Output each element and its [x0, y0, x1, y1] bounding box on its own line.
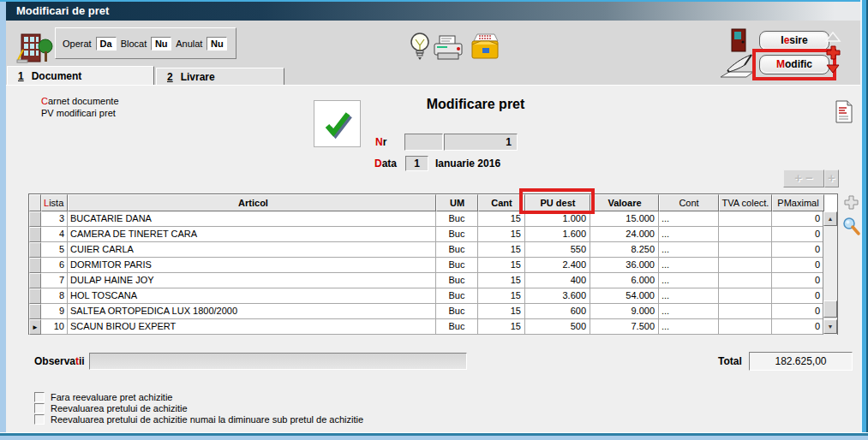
cell-cant[interactable]: 15	[478, 258, 525, 273]
cell-articol[interactable]: SCAUN BIROU EXPERT	[68, 319, 436, 335]
cell-pmaximal[interactable]: 0	[772, 227, 824, 242]
cell-tva[interactable]	[719, 227, 772, 242]
grid-plus-button[interactable]: +	[824, 169, 839, 187]
cell-articol[interactable]: DORMITOR PARIS	[68, 258, 436, 273]
cell-lista[interactable]: 5	[41, 242, 68, 258]
cell-valoare[interactable]: 6.000	[590, 273, 659, 288]
printer-icon[interactable]	[433, 34, 465, 62]
cell-cant[interactable]: 15	[478, 242, 525, 258]
cell-valoare[interactable]: 36.000	[590, 258, 659, 273]
cell-um[interactable]: Buc	[436, 304, 478, 319]
cell-pmaximal[interactable]: 0	[772, 211, 824, 227]
cell-pu-dest[interactable]: 2.400	[525, 258, 590, 273]
tab-livrare[interactable]: 2 Livrare	[156, 68, 284, 85]
cell-cant[interactable]: 15	[478, 273, 525, 288]
cell-valoare[interactable]: 9.000	[590, 304, 659, 319]
cell-um[interactable]: Buc	[436, 242, 478, 258]
window-titlebar[interactable]: Modificari de pret	[6, 2, 860, 21]
cell-pu-dest[interactable]: 550	[525, 242, 590, 258]
cell-cant[interactable]: 15	[478, 304, 525, 319]
cell-cant[interactable]: 15	[478, 211, 525, 227]
scroll-thumb[interactable]	[823, 300, 837, 318]
cell-um[interactable]: Buc	[436, 319, 478, 335]
checkbox-reevaluare-achizitie[interactable]	[34, 403, 45, 413]
cell-cant[interactable]: 15	[478, 288, 525, 304]
cell-lista[interactable]: 6	[41, 258, 68, 273]
cell-lista[interactable]: 7	[41, 273, 68, 288]
cell-articol[interactable]: CAMERA DE TINERET CARA	[68, 227, 436, 242]
cell-tva[interactable]	[719, 319, 772, 335]
cell-tva[interactable]	[719, 288, 772, 304]
scroll-up-button[interactable]: ▲	[823, 211, 837, 226]
add-plus-icon[interactable]	[826, 45, 841, 60]
cell-pu-dest[interactable]: 1.600	[525, 227, 590, 242]
cell-pu-dest[interactable]: 500	[525, 319, 590, 335]
observatii-field[interactable]	[89, 353, 467, 370]
cell-valoare[interactable]: 15.000	[590, 211, 659, 227]
cell-tva[interactable]	[719, 211, 772, 227]
row-selector[interactable]: ►	[29, 319, 41, 335]
cell-pmaximal[interactable]: 0	[772, 288, 824, 304]
cell-pmaximal[interactable]: 0	[772, 242, 824, 258]
cell-cont[interactable]: ...	[659, 211, 719, 227]
cell-um[interactable]: Buc	[436, 227, 478, 242]
cell-lista[interactable]: 3	[41, 211, 68, 227]
lightbulb-icon[interactable]	[409, 31, 431, 63]
cell-valoare[interactable]: 8.250	[590, 242, 659, 258]
cell-articol[interactable]: DULAP HAINE JOY	[68, 273, 436, 288]
cell-articol[interactable]: CUIER CARLA	[68, 242, 436, 258]
cell-articol[interactable]: SALTEA ORTOPEDICA LUX 1800/2000	[68, 304, 436, 319]
archive-box-icon[interactable]	[469, 31, 501, 62]
cell-pu-dest[interactable]: 3.600	[525, 288, 590, 304]
grid-plusminus-button[interactable]: + −	[783, 169, 824, 187]
cell-um[interactable]: Buc	[436, 258, 478, 273]
cell-cant[interactable]: 15	[478, 319, 525, 335]
cell-pmaximal[interactable]: 0	[772, 319, 824, 335]
row-selector[interactable]	[29, 227, 41, 242]
cell-valoare[interactable]: 24.000	[590, 227, 659, 242]
cell-cont[interactable]: ...	[659, 319, 719, 335]
cell-um[interactable]: Buc	[436, 211, 478, 227]
nav-up-icon[interactable]	[824, 31, 841, 43]
cell-valoare[interactable]: 7.500	[590, 319, 659, 335]
cell-lista[interactable]: 10	[41, 319, 68, 335]
iesire-button[interactable]: Iesire	[759, 31, 829, 51]
nr-number-field[interactable]: 1	[444, 134, 518, 151]
cell-articol[interactable]: HOL TOSCANA	[68, 288, 436, 304]
cell-valoare[interactable]: 54.000	[590, 288, 659, 304]
cell-cont[interactable]: ...	[659, 242, 719, 258]
cell-pmaximal[interactable]: 0	[772, 304, 824, 319]
tab-document[interactable]: 1 Document	[7, 66, 154, 85]
cell-lista[interactable]: 4	[41, 227, 68, 242]
cell-cont[interactable]: ...	[659, 304, 719, 319]
cell-cont[interactable]: ...	[659, 288, 719, 304]
row-selector[interactable]	[29, 304, 41, 319]
report-document-icon[interactable]	[835, 100, 853, 123]
scroll-down-button[interactable]: ▼	[823, 319, 837, 334]
cell-pmaximal[interactable]: 0	[772, 273, 824, 288]
cell-pu-dest[interactable]: 600	[525, 304, 590, 319]
cell-tva[interactable]	[719, 242, 772, 258]
cell-lista[interactable]: 8	[41, 288, 68, 304]
cell-cant[interactable]: 15	[478, 227, 525, 242]
cell-um[interactable]: Buc	[436, 288, 478, 304]
cell-articol[interactable]: BUCATARIE DANA	[68, 211, 436, 227]
nr-serie-field[interactable]	[404, 134, 443, 151]
cell-cont[interactable]: ...	[659, 258, 719, 273]
row-selector[interactable]	[29, 258, 41, 273]
cell-pmaximal[interactable]: 0	[772, 258, 824, 273]
data-day-field[interactable]: 1	[405, 156, 428, 171]
cell-cont[interactable]: ...	[659, 273, 719, 288]
grid-vertical-scrollbar[interactable]: ▲ ▼	[823, 211, 837, 335]
grid-add-cross-icon[interactable]	[844, 195, 859, 210]
row-selector[interactable]	[29, 273, 41, 288]
cell-um[interactable]: Buc	[436, 273, 478, 288]
cell-pu-dest[interactable]: 400	[525, 273, 590, 288]
cell-cont[interactable]: ...	[659, 227, 719, 242]
row-selector[interactable]	[29, 242, 41, 258]
row-selector[interactable]	[29, 211, 41, 227]
nav-down-icon[interactable]	[825, 63, 841, 74]
search-magnifier-icon[interactable]	[842, 217, 861, 236]
cell-lista[interactable]: 9	[41, 304, 68, 319]
checkbox-fara-reevaluare[interactable]	[34, 392, 45, 402]
